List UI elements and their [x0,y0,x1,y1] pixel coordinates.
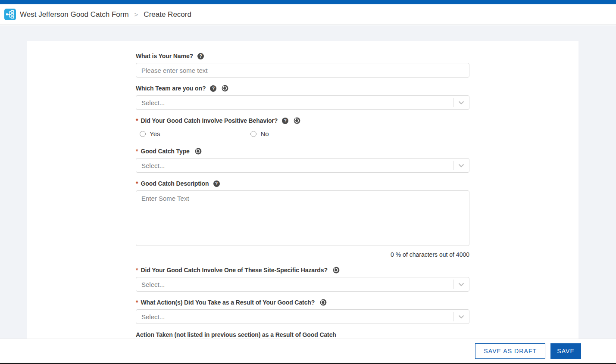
field-positive-behavior-label: Did Your Good Catch Involve Positive Beh… [141,117,278,124]
breadcrumb-root-link[interactable]: West Jefferson Good Catch Form [20,10,129,19]
form-card: What is Your Name? ? Which Team are you … [27,41,578,364]
character-counter: 0 % of characters out of 4000 [136,251,469,258]
footer-action-bar: SAVE AS DRAFT SAVE [0,339,616,364]
help-icon[interactable]: ? [210,85,216,92]
actions-select-value: Select... [136,313,453,320]
radio-option-yes[interactable]: Yes [140,130,160,137]
radio-yes-label: Yes [150,130,160,137]
hazards-select-value: Select... [136,281,453,288]
help-icon[interactable]: ? [197,53,204,59]
good-catch-type-select-value: Select... [136,162,453,169]
page: West Jefferson Good Catch Form > Create … [0,0,616,364]
required-marker: * [136,299,138,306]
refresh-icon[interactable] [222,85,228,92]
app-header: West Jefferson Good Catch Form > Create … [0,4,616,25]
field-action-taken-label: Action Taken (not listed in previous sec… [136,331,336,338]
breadcrumb-current: Create Record [144,10,191,19]
chevron-down-icon[interactable] [453,315,469,319]
field-description-label: Good Catch Description [141,180,209,187]
required-marker: * [136,180,138,187]
chevron-down-icon[interactable] [453,164,469,168]
description-textarea[interactable] [136,190,469,246]
refresh-icon[interactable] [320,299,327,306]
field-good-catch-type-label: Good Catch Type [141,148,189,155]
required-marker: * [136,267,138,274]
field-team: Which Team are you on? ? Select... [136,85,469,110]
breadcrumb: West Jefferson Good Catch Form > Create … [20,10,191,19]
save-button[interactable]: SAVE [550,343,581,359]
top-accent-bar [0,0,616,4]
good-catch-type-select[interactable]: Select... [136,158,469,173]
refresh-icon[interactable] [195,148,202,155]
required-marker: * [136,117,138,124]
team-select[interactable]: Select... [136,95,469,110]
field-description: * Good Catch Description ? 0 % of charac… [136,180,469,258]
name-input[interactable] [136,63,469,78]
save-as-draft-button[interactable]: SAVE AS DRAFT [475,343,545,359]
help-icon[interactable]: ? [282,118,288,124]
field-good-catch-type: * Good Catch Type Select... [136,148,469,173]
refresh-icon[interactable] [294,117,300,124]
field-hazards: * Did Your Good Catch Involve One of The… [136,267,469,292]
app-flow-icon[interactable] [4,9,16,20]
breadcrumb-separator: > [134,11,138,18]
radio-no-circle[interactable] [250,131,256,137]
radio-option-no[interactable]: No [250,130,269,137]
field-hazards-label: Did Your Good Catch Involve One of These… [141,267,328,274]
field-actions-label: What Action(s) Did You Take as a Result … [141,299,315,306]
field-name: What is Your Name? ? [136,53,469,78]
chevron-down-icon[interactable] [453,283,469,286]
hazards-select[interactable]: Select... [136,277,469,292]
actions-select[interactable]: Select... [136,309,469,324]
help-icon[interactable]: ? [213,180,220,187]
refresh-icon[interactable] [333,267,340,274]
radio-yes-circle[interactable] [140,131,146,137]
field-positive-behavior: * Did Your Good Catch Involve Positive B… [136,117,469,137]
field-name-label: What is Your Name? [136,53,193,59]
radio-no-label: No [260,130,269,137]
team-select-value: Select... [136,99,453,106]
field-team-label: Which Team are you on? [136,85,206,92]
main-area: What is Your Name? ? Which Team are you … [0,25,616,364]
required-marker: * [136,148,138,155]
chevron-down-icon[interactable] [453,101,469,105]
field-actions: * What Action(s) Did You Take as a Resul… [136,299,469,324]
